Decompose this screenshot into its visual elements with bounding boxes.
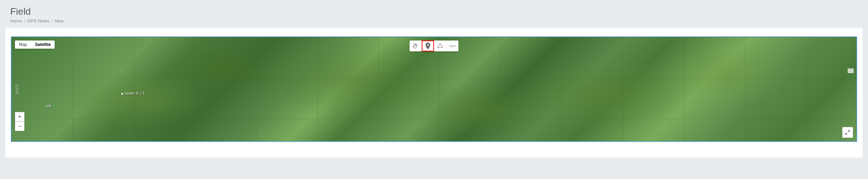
polygon-tool-button[interactable]: [434, 40, 446, 51]
line-tool-button[interactable]: [446, 40, 458, 51]
map-background: [12, 37, 856, 141]
zoom-in-button[interactable]: +: [15, 112, 24, 121]
page-header: Field Home / GPS Notes / New: [0, 0, 868, 28]
map-toolbar: [410, 40, 458, 51]
breadcrumb-current: New: [55, 18, 64, 23]
main-content: Map Satellite B5476 49 Sadler R J T ook: [5, 28, 863, 158]
fullscreen-button[interactable]: [842, 127, 853, 138]
pin-tool-button[interactable]: [422, 40, 434, 51]
zoom-controls: + −: [15, 112, 24, 131]
svg-line-1: [848, 130, 850, 132]
road-label-right: 49: [848, 68, 854, 73]
breadcrumb-section[interactable]: GPS Notes: [27, 18, 49, 23]
hand-tool-button[interactable]: [410, 40, 422, 51]
zoom-out-button[interactable]: −: [15, 121, 24, 131]
map-type-satellite-button[interactable]: Satellite: [31, 40, 55, 49]
breadcrumb: Home / GPS Notes / New: [10, 18, 858, 23]
breadcrumb-sep-1: /: [24, 18, 25, 23]
map-type-toggle: Map Satellite: [15, 40, 55, 49]
page-title: Field: [10, 6, 858, 17]
svg-marker-0: [437, 44, 442, 48]
svg-line-2: [846, 133, 847, 134]
map-type-map-button[interactable]: Map: [15, 40, 31, 49]
breadcrumb-home[interactable]: Home: [10, 18, 22, 23]
place-dot-sadler: [121, 93, 123, 95]
road-label-left: B5476: [15, 84, 19, 94]
map-container[interactable]: Map Satellite B5476 49 Sadler R J T ook: [11, 36, 857, 142]
map-place-ook: ook: [46, 104, 52, 108]
map-place-sadler: Sadler R J T: [121, 91, 145, 95]
breadcrumb-sep-2: /: [51, 18, 53, 23]
